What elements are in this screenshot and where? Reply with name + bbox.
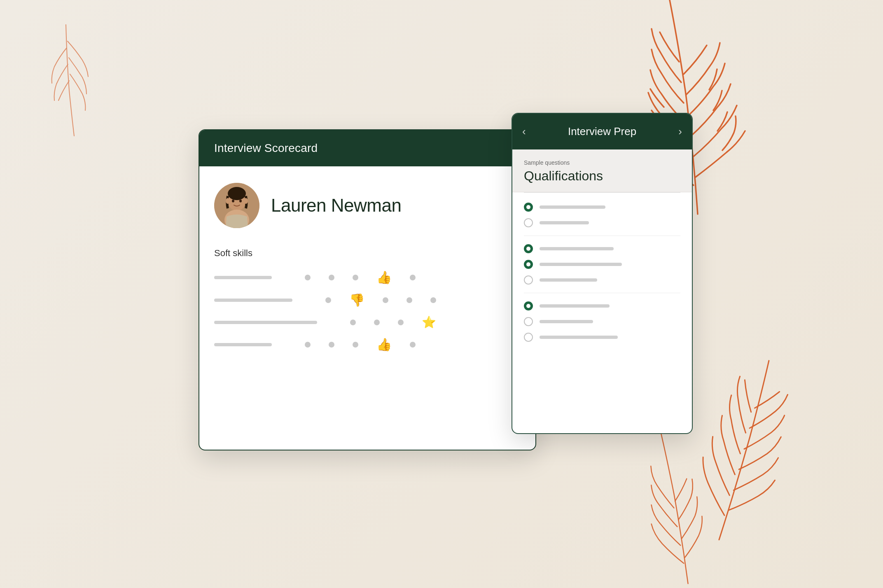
skill-row: ⭐ (214, 315, 521, 329)
thumbs-down-icon[interactable]: 👎 (349, 293, 364, 307)
prep-nav-prev[interactable]: ‹ (522, 125, 526, 138)
divider (524, 293, 680, 293)
skill-row: 👍 (214, 337, 521, 352)
prep-title: Interview Prep (536, 125, 669, 138)
skill-dot[interactable] (305, 275, 311, 280)
skill-label (214, 343, 272, 346)
prep-question-row (524, 260, 680, 269)
prep-radio-empty[interactable] (524, 275, 533, 285)
scorecard-header: Interview Scorecard (199, 130, 535, 166)
skills-list: 👍 👎 (214, 270, 521, 352)
skill-dot[interactable] (398, 320, 404, 325)
scorecard-panel: Interview Scorecard (199, 129, 536, 450)
prep-question-row (524, 203, 680, 212)
prep-question-row (524, 317, 680, 326)
star-icon[interactable]: ⭐ (422, 315, 436, 329)
svg-point-4 (232, 200, 234, 203)
prep-section-label: Sample questions (524, 159, 680, 166)
skill-dot[interactable] (329, 275, 334, 280)
prep-radio-filled[interactable] (524, 301, 533, 310)
skill-dot[interactable] (353, 275, 358, 280)
divider (524, 236, 680, 236)
skill-label (214, 321, 317, 324)
thumbs-up-icon[interactable]: 👍 (376, 337, 392, 352)
prep-question-line (540, 247, 614, 250)
skill-dot[interactable] (383, 297, 388, 303)
skill-dot[interactable] (410, 275, 416, 280)
prep-radio-filled[interactable] (524, 203, 533, 212)
prep-radio-filled[interactable] (524, 260, 533, 269)
prep-question-line (540, 304, 610, 308)
prep-question-line (540, 263, 622, 266)
candidate-row: Lauren Newman (214, 183, 521, 228)
skill-label (214, 276, 272, 279)
skill-dot[interactable] (353, 342, 358, 348)
prep-radio-filled[interactable] (524, 244, 533, 253)
skill-dot[interactable] (325, 297, 331, 303)
prep-header: ‹ Interview Prep › (512, 114, 692, 149)
prep-section-title: Qualifications (524, 168, 680, 184)
scorecard-body: Lauren Newman Soft skills 👍 (199, 166, 535, 366)
prep-questions-list (512, 193, 692, 352)
soft-skills-title: Soft skills (214, 248, 521, 259)
skill-dot[interactable] (350, 320, 356, 325)
svg-point-5 (239, 200, 242, 203)
prep-section-header: Sample questions Qualifications (512, 149, 692, 192)
skill-dot[interactable] (406, 297, 412, 303)
scorecard-title: Interview Scorecard (214, 142, 318, 154)
skill-dot[interactable] (305, 342, 311, 348)
skill-dot[interactable] (329, 342, 334, 348)
prep-radio-empty[interactable] (524, 317, 533, 326)
prep-question-row (524, 333, 680, 342)
svg-point-2 (228, 187, 246, 200)
candidate-name: Lauren Newman (271, 195, 401, 216)
prep-question-row (524, 301, 680, 310)
prep-question-row (524, 275, 680, 285)
skill-dot[interactable] (430, 297, 436, 303)
skill-label (214, 299, 292, 302)
skill-row: 👎 (214, 293, 521, 307)
avatar (214, 183, 259, 228)
skill-dot[interactable] (374, 320, 380, 325)
svg-point-7 (244, 198, 248, 204)
thumbs-up-icon[interactable]: 👍 (376, 270, 392, 285)
prep-question-line (540, 221, 589, 224)
prep-question-line (540, 278, 597, 282)
prep-radio-empty[interactable] (524, 333, 533, 342)
prep-radio-empty[interactable] (524, 218, 533, 227)
prep-question-row (524, 244, 680, 253)
skill-dot[interactable] (410, 342, 416, 348)
prep-nav-next[interactable]: › (678, 125, 682, 138)
prep-question-row (524, 218, 680, 227)
prep-panel: ‹ Interview Prep › Sample questions Qual… (512, 113, 693, 434)
svg-point-6 (226, 198, 230, 204)
skill-row: 👍 (214, 270, 521, 285)
prep-question-line (540, 205, 605, 209)
prep-question-line (540, 320, 593, 323)
prep-question-line (540, 336, 618, 339)
